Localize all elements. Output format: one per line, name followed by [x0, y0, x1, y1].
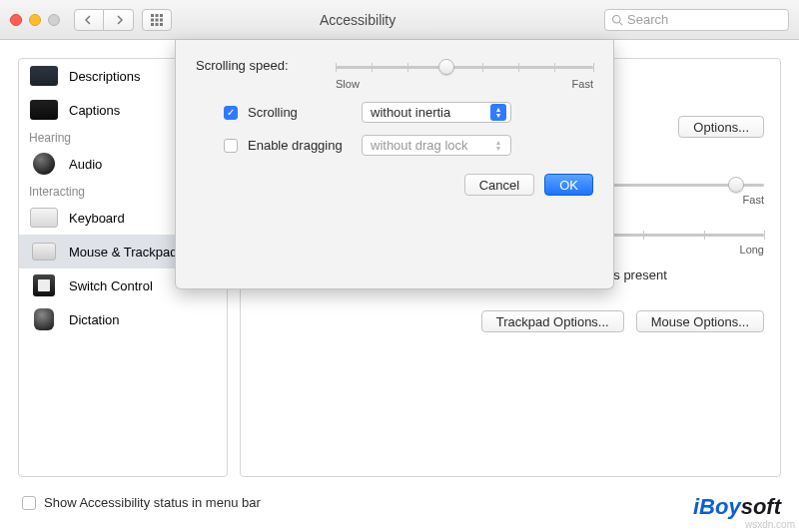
show-status-label: Show Accessibility status in menu bar [44, 495, 261, 510]
scrolling-speed-label: Scrolling speed: [196, 58, 326, 73]
enable-dragging-checkbox[interactable] [224, 139, 238, 153]
source-watermark: wsxdn.com [745, 519, 795, 530]
trackpad-options-sheet: Scrolling speed: Slow Fast ✓ Scrolling w… [175, 40, 614, 289]
sidebar-item-label: Captions [69, 103, 120, 118]
scrolling-mode-popup[interactable]: without inertia ▴▾ [362, 102, 511, 123]
dragging-mode-value: without drag lock [371, 138, 484, 153]
grid-icon [151, 14, 163, 26]
svg-rect-8 [160, 23, 163, 26]
sidebar-item-label: Keyboard [69, 211, 125, 226]
search-icon [611, 14, 623, 26]
svg-rect-7 [156, 23, 159, 26]
back-button[interactable] [74, 9, 104, 31]
svg-rect-5 [160, 18, 163, 21]
minimize-window-button[interactable] [29, 14, 41, 26]
close-window-button[interactable] [10, 14, 22, 26]
updown-arrows-icon: ▴▾ [490, 104, 506, 121]
svg-point-9 [613, 15, 621, 23]
captions-icon [29, 99, 59, 121]
svg-rect-0 [151, 14, 154, 17]
svg-line-10 [619, 22, 622, 25]
sidebar-item-label: Switch Control [69, 278, 153, 293]
updown-arrows-icon: ▴▾ [490, 137, 506, 154]
sidebar-item-label: Dictation [69, 312, 120, 327]
slider-slow-label: Slow [336, 78, 360, 90]
chevron-right-icon [114, 15, 124, 25]
scrolling-label: Scrolling [248, 105, 352, 120]
svg-rect-4 [156, 18, 159, 21]
slider-long-label: Long [740, 244, 764, 256]
zoom-window-button[interactable] [48, 14, 60, 26]
svg-rect-2 [160, 14, 163, 17]
scrolling-mode-value: without inertia [371, 105, 484, 120]
slider-fast-label: Fast [572, 78, 593, 90]
audio-icon [29, 153, 59, 175]
search-field[interactable]: Search [604, 9, 789, 31]
enable-dragging-label: Enable dragging [248, 138, 352, 153]
show-status-checkbox[interactable] [22, 496, 36, 510]
dragging-mode-popup[interactable]: without drag lock ▴▾ [362, 135, 511, 156]
sidebar-item-label: Audio [69, 157, 102, 172]
window-title: Accessibility [320, 12, 396, 28]
sidebar-item-dictation[interactable]: Dictation [19, 302, 227, 336]
show-all-button[interactable] [142, 9, 172, 31]
mouse-trackpad-icon [29, 241, 59, 263]
forward-button[interactable] [104, 9, 134, 31]
brand-watermark: iBoysoft [693, 494, 781, 520]
svg-rect-1 [156, 14, 159, 17]
content-area: Descriptions Captions Hearing Audio Inte… [0, 40, 799, 532]
options-button[interactable]: Options... [678, 116, 764, 138]
toolbar: Accessibility Search [0, 0, 799, 40]
scrolling-checkbox[interactable]: ✓ [224, 106, 238, 120]
slider-fast-label: Fast [743, 194, 764, 206]
mouse-options-button[interactable]: Mouse Options... [636, 310, 764, 332]
search-placeholder: Search [627, 12, 668, 27]
descriptions-icon [29, 65, 59, 87]
window-controls [10, 14, 60, 26]
ok-button[interactable]: OK [544, 174, 593, 196]
trackpad-options-button[interactable]: Trackpad Options... [481, 310, 624, 332]
scrolling-speed-slider[interactable] [336, 58, 593, 76]
sidebar-item-label: Mouse & Trackpad [69, 245, 177, 260]
svg-rect-3 [151, 18, 154, 21]
switch-control-icon [29, 274, 59, 296]
chevron-left-icon [84, 15, 94, 25]
keyboard-icon [29, 207, 59, 229]
sidebar-item-label: Descriptions [69, 69, 141, 84]
cancel-button[interactable]: Cancel [464, 174, 534, 196]
svg-rect-6 [151, 23, 154, 26]
dictation-icon [29, 308, 59, 330]
nav-segment [74, 9, 134, 31]
show-status-row: Show Accessibility status in menu bar [22, 495, 261, 510]
